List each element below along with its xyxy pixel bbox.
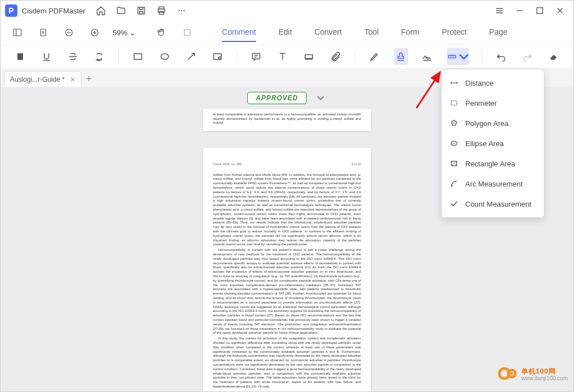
page-header-left: Toxins 2019, 11, 389: [213, 162, 242, 166]
page-paragraph: In this study, the marker for activation…: [213, 337, 361, 389]
zoom-out-icon[interactable]: [61, 25, 77, 40]
underline-icon[interactable]: [39, 48, 53, 65]
svg-point-6: [184, 10, 185, 11]
signature-icon[interactable]: [420, 48, 434, 65]
svg-rect-0: [138, 7, 145, 14]
tab-convert[interactable]: Convert: [314, 23, 342, 42]
new-tab-icon[interactable]: +: [81, 71, 97, 87]
file-tab-close-icon[interactable]: ×: [70, 75, 75, 84]
measure-icon[interactable]: [447, 48, 469, 65]
svg-rect-7: [537, 8, 543, 14]
svg-point-18: [219, 57, 221, 59]
svg-rect-20: [305, 55, 313, 59]
svg-rect-14: [17, 53, 23, 60]
tab-page[interactable]: Page: [489, 23, 508, 42]
svg-rect-13: [184, 30, 191, 36]
app-logo: P: [5, 4, 17, 17]
svg-rect-3: [160, 12, 164, 15]
svg-rect-15: [135, 54, 142, 59]
note-icon[interactable]: [249, 48, 263, 65]
save-icon[interactable]: [132, 2, 150, 20]
menu-polygon-area[interactable]: Polygon Area: [442, 113, 544, 133]
page-header-right: 9 of 16: [351, 162, 361, 166]
sidebar-toggle-icon[interactable]: [10, 25, 25, 40]
stamp-preview: APPROVED: [247, 92, 306, 104]
menu-icon[interactable]: [490, 2, 508, 20]
tab-form[interactable]: Form: [401, 23, 420, 42]
redo-icon[interactable]: [521, 48, 535, 65]
tab-edit[interactable]: Edit: [279, 23, 292, 42]
app-name: Cisdem PDFMaster: [22, 7, 85, 15]
home-icon[interactable]: [92, 2, 110, 20]
print-icon[interactable]: [152, 2, 170, 20]
pdf-page: Toxins 2019, 11, 389 9 of 16 sulfate fro…: [203, 148, 371, 392]
svg-rect-19: [253, 53, 260, 59]
arrow-shape-icon[interactable]: [184, 48, 198, 65]
open-icon[interactable]: [112, 2, 130, 20]
file-tab-label: Auslogi...r-Guide *: [10, 76, 64, 83]
zoom-in-icon[interactable]: [87, 25, 103, 40]
menu-perimeter[interactable]: Perimeter: [442, 93, 544, 113]
measure-dropdown: Distance Perimeter Polygon Area Ellipse …: [441, 69, 544, 218]
eraser-icon[interactable]: [547, 48, 561, 65]
svg-point-4: [179, 10, 180, 11]
more-icon[interactable]: [173, 2, 191, 20]
page-view-icon[interactable]: [35, 25, 51, 40]
text-icon[interactable]: [276, 48, 290, 65]
page-paragraph: sulfate from human plasma and whole bloo…: [213, 173, 361, 248]
svg-point-16: [161, 54, 168, 59]
menu-rectangle-area[interactable]: Rectangle Area: [442, 153, 544, 174]
svg-point-5: [181, 10, 182, 11]
zoom-level[interactable]: 59%⌄: [113, 29, 136, 37]
undo-icon[interactable]: [494, 48, 508, 65]
tab-tool[interactable]: Tool: [364, 23, 379, 42]
stamp-icon[interactable]: [394, 48, 408, 65]
pdf-page-fragment: at least comparable in adsorption perfor…: [203, 109, 371, 131]
minimize-icon[interactable]: [511, 2, 529, 20]
svg-rect-22: [451, 101, 456, 105]
hand-tool-icon[interactable]: [154, 25, 169, 40]
squiggly-icon[interactable]: [92, 48, 106, 65]
svg-point-10: [43, 32, 44, 34]
watermark-text: 单机100网: [521, 367, 568, 375]
watermark: 单机100网 www.danji100.com: [498, 363, 568, 386]
page-paragraph: Hemocompatibility in contact with the pa…: [213, 248, 361, 335]
select-tool-icon[interactable]: [179, 25, 195, 40]
maximize-icon[interactable]: [531, 2, 549, 20]
menu-ellipse-area[interactable]: Ellipse Area: [442, 133, 544, 153]
close-icon[interactable]: [551, 2, 569, 20]
rectangle-shape-icon[interactable]: [131, 48, 145, 65]
menu-count-measurement[interactable]: Count Measurement: [442, 194, 544, 214]
attachment-icon[interactable]: [328, 48, 342, 65]
svg-point-28: [511, 372, 513, 375]
svg-rect-8: [13, 29, 21, 36]
tab-comment[interactable]: Comment: [222, 23, 256, 42]
menu-arc-measurement[interactable]: Arc Measurement: [442, 174, 544, 194]
stamp-dropdown-icon[interactable]: [314, 92, 327, 104]
tab-protect[interactable]: Protect: [442, 23, 466, 42]
line-shape-icon[interactable]: [210, 48, 224, 65]
menu-distance[interactable]: Distance: [442, 73, 544, 93]
watermark-url: www.danji100.com: [521, 375, 568, 382]
highlight-icon[interactable]: [13, 48, 27, 65]
oval-shape-icon[interactable]: [158, 48, 172, 65]
textbox-icon[interactable]: [302, 48, 316, 65]
pencil-icon[interactable]: [368, 48, 382, 65]
file-tab[interactable]: Auslogi...r-Guide * ×: [4, 71, 81, 87]
svg-rect-9: [41, 29, 46, 36]
strikethrough-icon[interactable]: [66, 48, 80, 65]
